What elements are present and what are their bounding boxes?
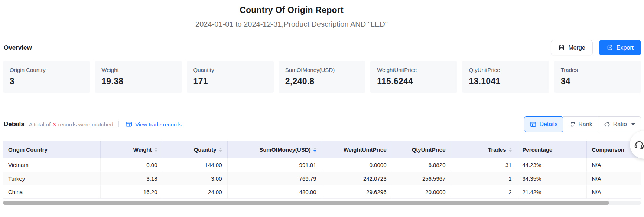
merge-button[interactable]: Merge: [551, 40, 592, 55]
match-count: 3: [51, 121, 58, 128]
tab-ratio[interactable]: Ratio: [598, 116, 641, 132]
page-subtitle: 2024-01-01 to 2024-12-31,Product Descrip…: [0, 20, 583, 29]
details-table: Origin CountryWeightQuantitySumOfMoney(U…: [3, 141, 641, 199]
column-label: Comparison: [592, 147, 625, 153]
table-cell: N/A: [586, 172, 641, 185]
export-icon: [606, 45, 613, 51]
details-table-container: Origin CountryWeightQuantitySumOfMoney(U…: [3, 141, 641, 199]
table-cell: Turkey: [3, 172, 100, 185]
horizontal-scrollbar[interactable]: [3, 201, 641, 205]
caret-up-down-icon[interactable]: [509, 148, 512, 152]
column-label: Percentage: [523, 147, 553, 153]
stat-card-sumofmoney-usd: SumOfMoney(USD)2,240.8: [279, 61, 365, 93]
tab-rank[interactable]: Rank: [563, 116, 598, 132]
column-header-weightunitprice: WeightUnitPrice: [322, 141, 392, 158]
column-label: Origin Country: [8, 147, 48, 153]
caret-up-down-icon[interactable]: [155, 148, 157, 152]
match-prefix: A total of: [29, 121, 51, 128]
column-label: Weight: [133, 147, 152, 153]
details-toolbar: Details A total of 3 records were matche…: [4, 116, 641, 132]
tab-details[interactable]: Details: [524, 116, 563, 132]
view-trade-records-label: View trade records: [135, 121, 182, 128]
stat-card-label: Origin Country: [10, 67, 83, 73]
column-header-weight[interactable]: Weight: [100, 141, 163, 158]
column-header-qtyunitprice: QtyUnitPrice: [392, 141, 451, 158]
caret-down-icon: [155, 150, 157, 152]
table-cell: 21.42%: [517, 185, 586, 198]
scrollbar-thumb[interactable]: [3, 201, 609, 205]
details-section-title: Details: [4, 121, 25, 128]
column-label: WeightUnitPrice: [344, 147, 387, 153]
table-grid-icon: [530, 121, 536, 128]
stat-card-qtyunitprice: QtyUnitPrice13.1041: [462, 61, 549, 93]
table-cell: 0.00: [100, 158, 163, 172]
table-cell: N/A: [586, 185, 641, 198]
table-cell: 991.01: [227, 158, 322, 172]
stat-card-label: SumOfMoney(USD): [285, 67, 359, 73]
caret-down-icon: [509, 150, 512, 152]
match-summary: A total of 3 records were matched: [29, 121, 113, 128]
stat-card-value: 13.1041: [469, 76, 542, 86]
caret-up-down-icon[interactable]: [313, 148, 316, 152]
column-header-sumofmoney-usd[interactable]: SumOfMoney(USD): [227, 141, 322, 158]
stat-card-value: 3: [10, 76, 83, 86]
caret-down-icon: [219, 150, 222, 152]
trade-records-icon: [126, 121, 132, 128]
table-cell: Vietnam: [3, 158, 100, 172]
table-cell: 3.18: [100, 172, 163, 185]
table-cell: 0.0000: [322, 158, 392, 172]
stat-card-label: QtyUnitPrice: [469, 67, 542, 73]
table-cell: 242.0723: [322, 172, 392, 185]
tab-ratio-label: Ratio: [613, 121, 627, 128]
match-suffix: records were matched: [58, 121, 113, 128]
stat-card-value: 171: [193, 76, 267, 86]
table-cell: 1: [451, 172, 517, 185]
table-cell: 31: [451, 158, 517, 172]
vertical-divider: [118, 121, 119, 127]
table-cell: China: [3, 185, 100, 198]
ratio-ring-icon: [604, 121, 610, 128]
table-row-vietnam: Vietnam0.00144.00991.010.00006.88203144.…: [3, 158, 641, 172]
merge-icon: [558, 45, 565, 51]
column-label: SumOfMoney(USD): [259, 147, 310, 153]
page-title: Country Of Origin Report: [0, 5, 583, 15]
table-cell: 256.5967: [392, 172, 451, 185]
overview-cards: Origin Country3Weight19.38Quantity171Sum…: [3, 61, 641, 93]
table-row-turkey: Turkey3.183.00769.79242.0723256.5967134.…: [3, 172, 641, 185]
caret-down-icon: [313, 150, 316, 152]
stat-card-label: Quantity: [193, 67, 267, 73]
table-cell: 24.00: [163, 185, 227, 198]
stat-card-quantity: Quantity171: [187, 61, 274, 93]
table-cell: 2: [451, 185, 517, 198]
table-cell: 20.0000: [392, 185, 451, 198]
export-button[interactable]: Export: [599, 40, 641, 55]
table-header-row: Origin CountryWeightQuantitySumOfMoney(U…: [3, 141, 641, 158]
toolbar-buttons: Merge Export: [551, 40, 641, 55]
stat-card-label: Trades: [561, 67, 634, 73]
column-header-trades[interactable]: Trades: [451, 141, 517, 158]
table-body: Vietnam0.00144.00991.010.00006.88203144.…: [3, 158, 641, 198]
tab-details-label: Details: [539, 121, 557, 128]
tab-rank-label: Rank: [578, 121, 592, 128]
table-cell: 6.8820: [392, 158, 451, 172]
view-trade-records-link[interactable]: View trade records: [126, 121, 182, 128]
column-header-percentage: Percentage: [517, 141, 586, 158]
stat-card-label: WeightUnitPrice: [377, 67, 451, 73]
merge-button-label: Merge: [568, 45, 585, 51]
stat-card-value: 115.6244: [377, 76, 451, 86]
stat-card-origin-country: Origin Country3: [3, 61, 90, 93]
caret-up-icon: [313, 148, 316, 149]
table-cell: 144.00: [163, 158, 227, 172]
caret-up-down-icon[interactable]: [219, 148, 222, 152]
export-button-label: Export: [617, 45, 634, 51]
chevron-down-icon: [631, 123, 635, 125]
rank-bars-icon: [569, 121, 575, 128]
stat-card-weightunitprice: WeightUnitPrice115.6244: [370, 61, 457, 93]
details-summary: Details A total of 3 records were matche…: [4, 121, 182, 128]
column-header-quantity[interactable]: Quantity: [163, 141, 227, 158]
column-label: QtyUnitPrice: [412, 147, 446, 153]
stat-card-weight: Weight19.38: [95, 61, 182, 93]
stat-card-value: 34: [561, 76, 634, 86]
stat-card-value: 2,240.8: [285, 76, 359, 86]
table-cell: 29.6296: [322, 185, 392, 198]
